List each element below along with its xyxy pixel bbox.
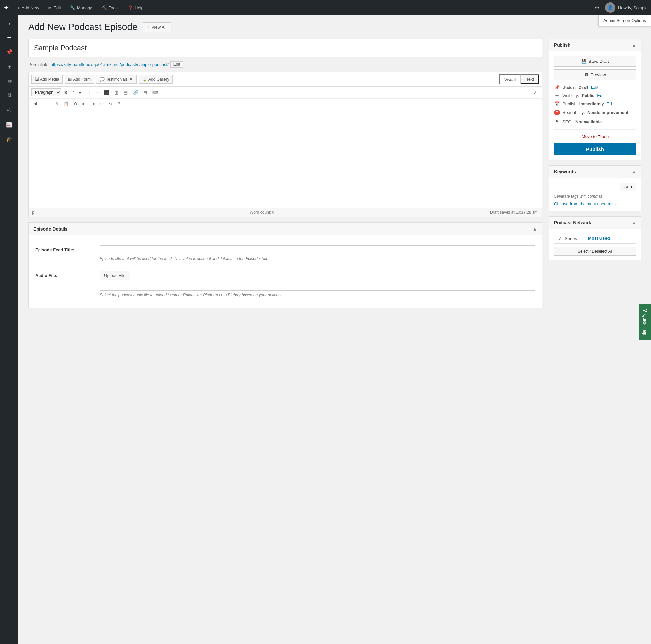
- post-title-input[interactable]: [28, 39, 542, 57]
- gear-button[interactable]: ⚙: [592, 1, 602, 14]
- audio-file-hint: Select the podcast audio file to upload …: [100, 292, 535, 298]
- tab-visual[interactable]: Visual: [499, 74, 521, 84]
- publish-panel-title: Publish: [554, 42, 571, 48]
- undo-button[interactable]: ↩: [98, 100, 106, 107]
- edit-icon: ✏: [48, 5, 52, 10]
- redo-button[interactable]: ↪: [106, 100, 115, 107]
- keywords-panel: Keywords ▲ Add Separate tags with commas…: [549, 165, 641, 211]
- paste-button[interactable]: 📋: [61, 100, 71, 107]
- calendar-icon: 📅: [554, 101, 560, 106]
- add-gallery-button[interactable]: 🍃 Add Gallery: [138, 75, 173, 84]
- nav-add-new[interactable]: + Add New: [13, 0, 43, 15]
- save-draft-button[interactable]: 💾 Save Draft: [554, 56, 636, 67]
- sidebar-icon-cap[interactable]: 🎓: [3, 132, 16, 146]
- horizontal-rule-button[interactable]: —: [43, 100, 52, 107]
- indent-button[interactable]: ⇥: [89, 100, 97, 107]
- sidebar-icon-arrows[interactable]: ⇅: [3, 89, 16, 102]
- paragraph-select[interactable]: Paragraph Heading 1 Heading 2 Heading 3: [31, 89, 61, 96]
- nav-tools[interactable]: 🔨 Tools: [98, 0, 122, 15]
- help-toolbar-button[interactable]: ?: [116, 100, 122, 107]
- permalink-link[interactable]: https://katy-barrilleaux.qa01.rmkr.net/p…: [50, 62, 168, 67]
- keywords-add-button[interactable]: Add: [620, 183, 636, 191]
- podcast-network-header[interactable]: Podcast Network ▲: [549, 217, 641, 229]
- expand-toolbar-button[interactable]: ⤢: [531, 89, 539, 96]
- publish-actions: 💾 Save Draft 🖥 Preview: [554, 56, 636, 80]
- sidebar-icon-grid[interactable]: ⊞: [3, 60, 16, 73]
- select-deselect-button[interactable]: Select / Deselect All: [554, 247, 636, 256]
- preview-button[interactable]: 🖥 Preview: [554, 69, 636, 80]
- visibility-edit-link[interactable]: Edit: [597, 93, 604, 98]
- view-all-button[interactable]: + View All: [143, 22, 172, 32]
- sidebar-toggle[interactable]: ›: [3, 18, 15, 30]
- episode-feed-title-hint: Episode title that will be used for the …: [100, 256, 535, 261]
- episode-feed-title-input[interactable]: [100, 245, 535, 254]
- format-toolbar2: abc — A 📋 Ω ⇤ ⇥ ↩ ↪ ?: [29, 99, 542, 109]
- episode-details-title: Episode Details: [33, 226, 67, 231]
- table-button[interactable]: ⊞: [141, 89, 149, 96]
- keywords-input[interactable]: [554, 183, 618, 191]
- keyboard-button[interactable]: ⌨: [150, 89, 161, 96]
- nav-edit[interactable]: ✏ Edit: [44, 0, 64, 15]
- editor-content[interactable]: [29, 109, 542, 208]
- align-center-button[interactable]: ▥: [112, 89, 121, 96]
- strikethrough-button[interactable]: abc: [31, 100, 43, 107]
- sidebar-icon-dashboard[interactable]: ☰: [3, 31, 16, 44]
- bold-button[interactable]: B: [62, 89, 69, 96]
- upload-file-button[interactable]: Upload File: [100, 271, 130, 280]
- logo-icon[interactable]: ✦: [3, 4, 9, 11]
- text-color-button[interactable]: A: [53, 100, 61, 107]
- quick-help-panel[interactable]: ? Quick Help: [639, 304, 651, 315]
- blockquote-button[interactable]: ❝: [94, 89, 101, 96]
- ordered-list-button[interactable]: ⋮: [85, 89, 93, 96]
- add-media-button[interactable]: 🖼 Add Media: [31, 75, 63, 84]
- sidebar-icon-posts[interactable]: 📌: [3, 45, 16, 59]
- publish-panel-header[interactable]: Publish ▲: [549, 39, 641, 51]
- align-right-button[interactable]: ▤: [121, 89, 130, 96]
- add-form-button[interactable]: ▦ Add Form: [64, 75, 94, 84]
- audio-file-label: Audio File:: [35, 271, 94, 278]
- keywords-panel-header[interactable]: Keywords ▲: [549, 166, 641, 178]
- publish-edit-link[interactable]: Edit: [607, 101, 614, 106]
- status-edit-link[interactable]: Edit: [591, 85, 598, 90]
- keywords-input-row: Add: [554, 183, 636, 191]
- nav-help[interactable]: ❓ Help: [124, 0, 148, 15]
- episode-details-header[interactable]: Episode Details ▲: [29, 223, 542, 235]
- tab-most-used[interactable]: Most Used: [583, 233, 615, 244]
- howdy-text: Howdy, Sample: [618, 5, 648, 10]
- italic-button[interactable]: I: [70, 89, 76, 96]
- choose-tags-link[interactable]: Choose from the most used tags: [554, 201, 616, 206]
- audio-file-input[interactable]: [100, 282, 535, 291]
- visibility-icon: 👁: [554, 93, 560, 98]
- testimonials-button[interactable]: 💬 Testimonials ▼: [96, 75, 136, 84]
- tab-all-series[interactable]: All Series: [554, 233, 582, 244]
- quick-help-label: Quick Help: [643, 315, 647, 315]
- publish-button[interactable]: Publish: [554, 143, 636, 155]
- keywords-chevron-up-icon: ▲: [631, 169, 636, 174]
- outdent-button[interactable]: ⇤: [80, 100, 88, 107]
- permalink-edit-button[interactable]: Edit: [170, 61, 183, 68]
- editor-tabs-toolbar: 🖼 Add Media ▦ Add Form 💬 Testimonials ▼ …: [29, 72, 542, 87]
- nav-manage[interactable]: 🔧 Manage: [66, 0, 96, 15]
- keywords-panel-title: Keywords: [554, 169, 576, 174]
- link-button[interactable]: 🔗: [131, 89, 141, 96]
- sidebar-icon-email[interactable]: ✉: [3, 74, 16, 88]
- word-count: Word count: 0: [250, 210, 275, 215]
- main-content: Add New Podcast Episode + View All Perma…: [19, 15, 651, 315]
- visibility-row: 👁 Visibility: Public Edit: [554, 93, 636, 98]
- publish-time-row: 📅 Publish immediately Edit: [554, 101, 636, 106]
- status-icon: 📌: [554, 85, 560, 90]
- save-icon: 💾: [581, 59, 587, 64]
- publish-panel: Publish ▲ 💾 Save Draft 🖥 Preview: [549, 39, 641, 160]
- testimonials-dropdown-icon: ▼: [129, 77, 133, 82]
- sidebar-icon-chart[interactable]: 📈: [3, 118, 16, 131]
- sidebar-icon-circle[interactable]: ◎: [3, 103, 16, 117]
- move-to-trash-link[interactable]: Move to Trash: [582, 134, 609, 139]
- media-icon: 🖼: [35, 77, 39, 82]
- special-char-button[interactable]: Ω: [72, 100, 80, 107]
- episode-details-form: Episode Feed Title: Episode title that w…: [29, 235, 542, 308]
- admin-screen-options[interactable]: Admin Screen Options: [598, 15, 651, 26]
- unordered-list-button[interactable]: ≡: [77, 89, 84, 96]
- align-left-button[interactable]: ⬛: [102, 89, 112, 96]
- visual-text-tabs: Visual Text: [499, 74, 539, 84]
- tab-text[interactable]: Text: [521, 74, 539, 84]
